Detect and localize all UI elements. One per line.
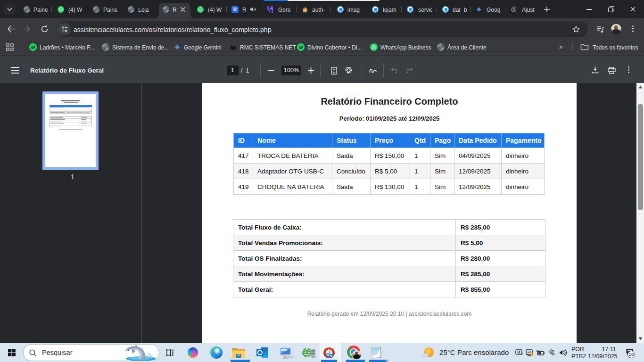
svg-text:PABX: PABX xyxy=(304,11,307,13)
